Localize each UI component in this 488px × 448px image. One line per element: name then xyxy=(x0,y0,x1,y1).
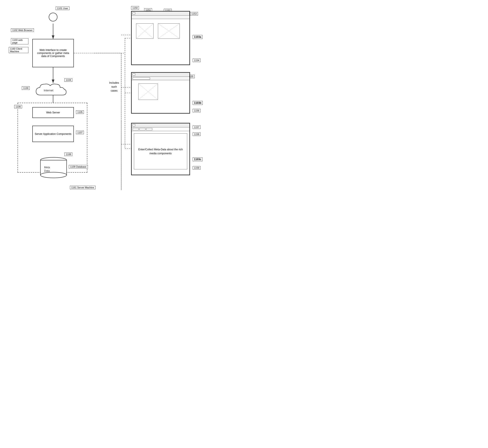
diagram: 1101 User 1102 Web Browser 1103 web page… xyxy=(0,0,244,224)
bracket-lines xyxy=(0,0,244,224)
